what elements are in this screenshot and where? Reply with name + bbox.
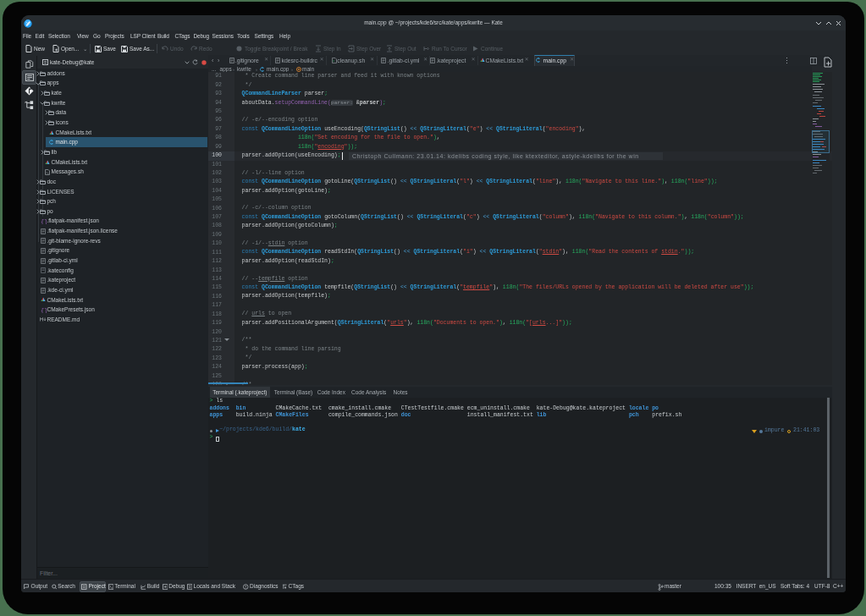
svg-text:{}: {} [41,218,47,224]
svg-text:{}: {} [41,307,47,313]
